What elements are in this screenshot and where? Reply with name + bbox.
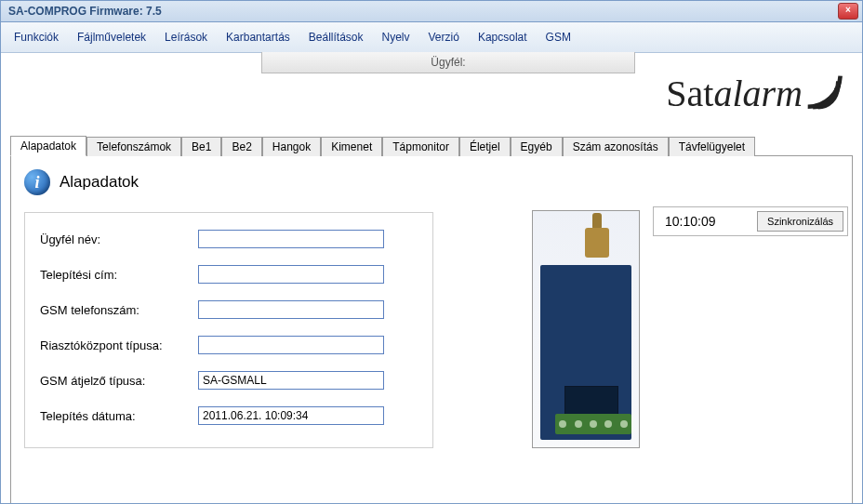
tab-be1[interactable]: Be1 xyxy=(181,137,221,156)
label-ugyfel-nev: Ügyfél név: xyxy=(40,232,198,246)
customer-strip: Ügyfél: xyxy=(261,52,635,73)
input-gsm-atjelzo[interactable] xyxy=(198,371,384,390)
tab-tavfelugyelet[interactable]: Távfelügyelet xyxy=(669,137,755,156)
menu-gsm[interactable]: GSM xyxy=(538,29,578,46)
row-gsm-telefonszam: GSM telefonszám: xyxy=(40,300,418,319)
logo-text-2: alarm xyxy=(713,72,803,115)
customer-strip-label: Ügyfél: xyxy=(431,56,465,69)
device-pcb-icon xyxy=(540,265,631,440)
label-telepites-datum: Telepítés dátuma: xyxy=(40,409,198,423)
menu-nyelv[interactable]: Nyelv xyxy=(375,29,418,46)
window-title: SA-COMPROG Firmware: 7.5 xyxy=(5,5,838,18)
header-area: Ügyfél: Satalarm xyxy=(1,53,862,135)
row-telepitesi-cim: Telepítési cím: xyxy=(40,265,418,284)
panel-header: i Alapadatok xyxy=(24,169,839,195)
input-gsm-telefonszam[interactable] xyxy=(198,300,384,319)
tab-kimenet[interactable]: Kimenet xyxy=(321,137,382,156)
sync-button[interactable]: Szinkronizálás xyxy=(757,211,843,232)
form-basic-data: Ügyfél név: Telepítési cím: GSM telefons… xyxy=(24,212,433,448)
tabbar: Alapadatok Telefonszámok Be1 Be2 Hangok … xyxy=(10,135,853,156)
tab-egyeb[interactable]: Egyéb xyxy=(511,137,563,156)
label-gsm-telefonszam: GSM telefonszám: xyxy=(40,303,198,317)
tab-szam-azonositas[interactable]: Szám azonosítás xyxy=(563,137,669,156)
device-terminal-icon xyxy=(555,414,631,434)
tab-tapmonitor[interactable]: Tápmonitor xyxy=(382,137,459,156)
clock-time: 10:10:09 xyxy=(665,214,757,229)
menu-fajlmuveletek[interactable]: Fájlműveletek xyxy=(70,29,153,46)
tab-telefonszamok[interactable]: Telefonszámok xyxy=(86,137,181,156)
input-telepites-datum[interactable] xyxy=(198,406,384,425)
device-antenna-base-icon xyxy=(585,228,609,258)
menu-verzio[interactable]: Verzió xyxy=(421,29,467,46)
row-riasztokozpont: Riasztóközpont típusa: xyxy=(40,336,418,354)
row-gsm-atjelzo: GSM átjelző típusa: xyxy=(40,371,418,390)
tab-be2[interactable]: Be2 xyxy=(221,137,261,156)
menubar: Funkciók Fájlműveletek Leírások Karbanta… xyxy=(1,22,862,53)
label-telepitesi-cim: Telepítési cím: xyxy=(40,268,198,282)
clock-box: 10:10:09 Szinkronizálás xyxy=(653,206,848,236)
logo-waves-icon xyxy=(804,73,847,115)
tab-eletjel[interactable]: Életjel xyxy=(459,137,511,156)
label-gsm-atjelzo: GSM átjelző típusa: xyxy=(40,374,198,388)
window-titlebar: SA-COMPROG Firmware: 7.5 × xyxy=(1,1,862,22)
window-close-button[interactable]: × xyxy=(838,3,858,20)
tab-alapadatok[interactable]: Alapadatok xyxy=(10,136,86,156)
tab-hangok[interactable]: Hangok xyxy=(262,137,321,156)
brand-logo: Satalarm xyxy=(666,72,847,115)
input-ugyfel-nev[interactable] xyxy=(198,230,384,248)
menu-karbantartas[interactable]: Karbantartás xyxy=(219,29,298,46)
logo-text-1: Sat xyxy=(666,72,713,115)
device-photo xyxy=(532,210,640,448)
menu-leirasok[interactable]: Leírások xyxy=(157,29,215,46)
row-ugyfel-nev: Ügyfél név: xyxy=(40,230,418,248)
input-telepitesi-cim[interactable] xyxy=(198,265,384,284)
info-icon: i xyxy=(24,169,50,195)
menu-funkciok[interactable]: Funkciók xyxy=(7,29,66,46)
label-riasztokozpont: Riasztóközpont típusa: xyxy=(40,338,198,352)
input-riasztokozpont[interactable] xyxy=(198,336,384,354)
tab-panel-alapadatok: i Alapadatok Ügyfél név: Telepítési cím:… xyxy=(10,156,853,504)
menu-beallitasok[interactable]: Beállítások xyxy=(301,29,371,46)
panel-title: Alapadatok xyxy=(60,173,139,192)
row-telepites-datum: Telepítés dátuma: xyxy=(40,406,418,425)
menu-kapcsolat[interactable]: Kapcsolat xyxy=(471,29,535,46)
